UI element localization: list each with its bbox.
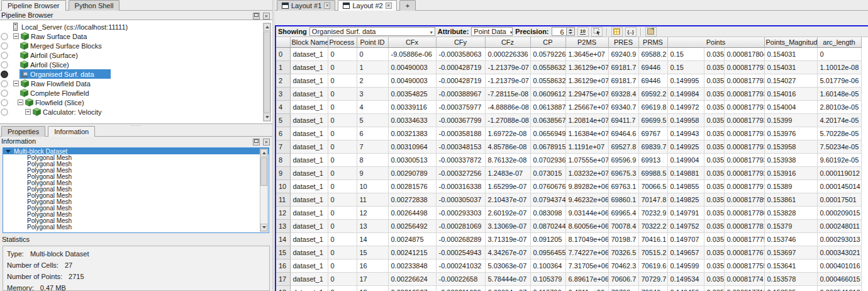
table-cell[interactable]: 0.110706 <box>530 285 565 291</box>
table-cell[interactable]: 4.20174e-05 <box>817 113 861 127</box>
table-cell[interactable]: 0 <box>328 246 357 259</box>
table-cell[interactable]: 0 <box>328 285 357 291</box>
table-cell[interactable]: 0.000119012 <box>817 166 861 180</box>
new-layout-tab-button[interactable]: + <box>399 0 416 11</box>
table-cell[interactable]: 69527.8 <box>608 140 638 153</box>
table-cell[interactable]: 1.60148e-05 <box>817 87 861 100</box>
table-cell[interactable]: 0.000817755 <box>724 259 764 272</box>
collapse-expander-icon[interactable] <box>25 109 31 115</box>
table-cell[interactable]: 1.03232e+07 <box>565 166 608 180</box>
table-cell[interactable]: 0.073015 <box>530 166 565 180</box>
table-cell[interactable]: -0.000337872 <box>436 153 485 166</box>
table-cell[interactable]: 0.000466015 <box>817 272 861 285</box>
table-cell[interactable]: 0.035 <box>704 113 724 127</box>
table-cell[interactable]: 5.78444e-07 <box>485 272 530 285</box>
table-cell[interactable]: -0.000293303 <box>436 206 485 219</box>
table-cell[interactable]: 10 <box>357 180 388 193</box>
table-cell[interactable]: 0.000145014 <box>817 180 861 193</box>
table-cell[interactable]: 9.03144e+06 <box>565 206 608 219</box>
table-cell[interactable]: 2.80103e-05 <box>817 100 861 113</box>
table-cell[interactable]: 0.149925 <box>667 140 704 153</box>
close-icon[interactable] <box>263 13 270 20</box>
table-cell[interactable]: dataset_1 <box>290 140 328 153</box>
table-cell[interactable]: 0 <box>328 47 357 60</box>
table-cell[interactable]: 69675.3 <box>608 166 638 180</box>
table-cell[interactable]: 0.000209015 <box>817 206 861 219</box>
table-cell[interactable]: 1.36129e+07 <box>565 60 608 74</box>
table-cell[interactable]: 16 <box>357 259 388 272</box>
table-cell[interactable]: 0.149855 <box>667 180 704 193</box>
table-cell[interactable]: 70846 <box>638 285 667 291</box>
table-cell[interactable]: -0.000428719 <box>436 60 485 74</box>
table-cell[interactable]: 0.149534 <box>667 272 704 285</box>
table-cell[interactable]: 0.15389 <box>764 180 817 193</box>
table-cell[interactable]: 0.000817789 <box>724 193 764 206</box>
table-cell[interactable]: -0.000241032 <box>436 259 485 272</box>
table-cell[interactable]: 0.00264498 <box>388 206 436 219</box>
table-cell[interactable]: 7.74227e+06 <box>565 246 608 259</box>
table-cell[interactable]: 0.0609612 <box>530 87 565 100</box>
row-index-cell[interactable]: 3 <box>276 87 290 100</box>
column-header[interactable] <box>276 37 290 47</box>
info-list-scrollbar[interactable] <box>260 149 268 232</box>
table-cell[interactable]: dataset_1 <box>290 100 328 113</box>
info-list-item[interactable]: Polygonal Mesh <box>3 154 269 161</box>
table-cell[interactable]: 0 <box>328 193 357 206</box>
table-cell[interactable]: 0.0579226 <box>530 47 565 60</box>
table-cell[interactable]: 0 <box>328 206 357 219</box>
visibility-eye-icon[interactable] <box>0 71 8 78</box>
table-cell[interactable]: 0.153861 <box>764 193 817 206</box>
table-cell[interactable]: 70232.9 <box>638 206 667 219</box>
tab-layout-1[interactable]: Layout #1 <box>277 0 335 11</box>
row-index-cell[interactable]: 13 <box>276 219 290 232</box>
info-list-item-root[interactable]: Multi-block Dataset <box>3 148 269 154</box>
table-cell[interactable]: dataset_1 <box>290 246 328 259</box>
table-cell[interactable]: 0.000293013 <box>817 232 861 246</box>
table-cell[interactable]: 0.0656949 <box>530 127 565 140</box>
table-cell[interactable]: 6.89617e+06 <box>565 272 608 285</box>
table-cell[interactable]: 5.01779e-06 <box>817 74 861 87</box>
table-cell[interactable]: 69592.2 <box>638 87 667 100</box>
column-header[interactable]: Point ID <box>357 37 388 47</box>
table-cell[interactable]: 2.10437e-07 <box>485 193 530 206</box>
tab-pipeline-browser[interactable]: Pipeline Browser <box>1 0 66 11</box>
table-cell[interactable]: dataset_1 <box>290 259 328 272</box>
table-cell[interactable]: -0.000388967 <box>436 87 485 100</box>
collapse-expander-icon[interactable] <box>13 33 19 39</box>
table-cell[interactable]: 69619.8 <box>638 100 667 113</box>
table-cell[interactable]: 1.25667e+07 <box>565 100 608 113</box>
visibility-eye-icon[interactable] <box>0 33 8 40</box>
column-header[interactable]: arc_length <box>817 37 861 47</box>
table-cell[interactable]: -0.000428719 <box>436 74 485 87</box>
table-cell[interactable]: 70462.3 <box>608 259 638 272</box>
table-cell[interactable]: 0.091205 <box>530 232 565 246</box>
table-cell[interactable]: 0.0760676 <box>530 180 565 193</box>
table-cell[interactable]: 0.0794374 <box>530 193 565 206</box>
table-cell[interactable]: 0.00281576 <box>388 180 436 193</box>
table-cell[interactable]: 0 <box>328 180 357 193</box>
table-cell[interactable]: 69913 <box>638 153 667 166</box>
table-cell[interactable]: 4.34267e-07 <box>485 246 530 259</box>
table-cell[interactable]: 0.000817786 <box>724 206 764 219</box>
column-header[interactable]: Block Name <box>290 37 328 47</box>
table-cell[interactable]: -0.000327256 <box>436 166 485 180</box>
table-cell[interactable]: 0.149791 <box>667 206 704 219</box>
table-cell[interactable]: dataset_1 <box>290 127 328 140</box>
table-cell[interactable]: 0.000541013 <box>817 285 861 291</box>
row-index-cell[interactable]: 16 <box>276 259 290 272</box>
table-cell[interactable]: 0.035 <box>704 246 724 259</box>
table-cell[interactable]: dataset_1 <box>290 87 328 100</box>
table-cell[interactable]: 69596.9 <box>608 153 638 166</box>
pipeline-tree-item[interactable]: Local_Server (cs://localhost:11111) <box>0 22 272 31</box>
column-header[interactable]: PRES <box>608 37 638 47</box>
table-cell[interactable]: 69340.7 <box>608 100 638 113</box>
table-cell[interactable]: 0.00300513 <box>388 153 436 166</box>
table-cell[interactable]: 0.035 <box>704 127 724 140</box>
table-cell[interactable]: 0.00321383 <box>388 127 436 140</box>
table-cell[interactable]: 0.00490003 <box>388 74 436 87</box>
table-cell[interactable]: 0.153828 <box>764 206 817 219</box>
pipeline-tree-item[interactable]: Complete Flowfield <box>0 88 272 98</box>
scroll-down-icon[interactable] <box>260 224 267 231</box>
table-cell[interactable]: 0.000401016 <box>817 259 861 272</box>
table-cell[interactable]: 5.70228e-05 <box>817 127 861 140</box>
